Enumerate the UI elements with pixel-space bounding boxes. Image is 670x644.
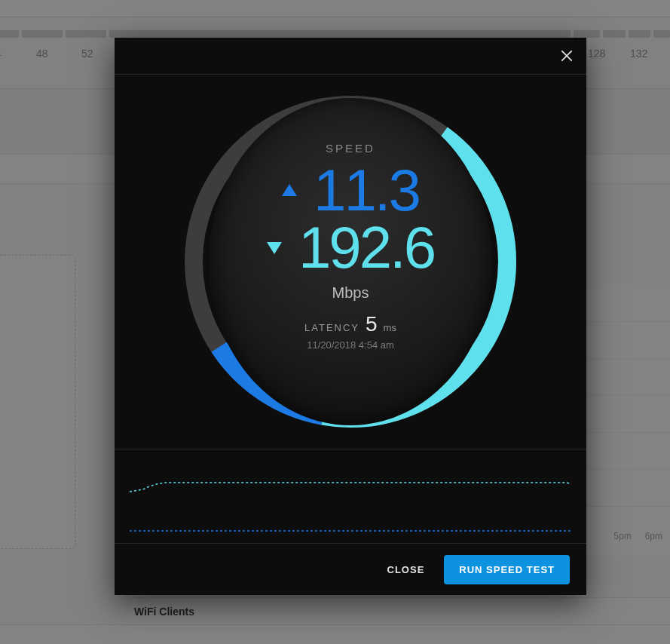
download-value: 192.6 xyxy=(298,218,434,277)
run-speed-test-button[interactable]: RUN SPEED TEST xyxy=(444,555,570,584)
download-arrow-icon xyxy=(267,242,282,254)
gauge-face: SPEED 11.3 192.6 Mbps LATENCY 5 ms 11/20… xyxy=(209,98,492,425)
modal-actions: CLOSE RUN SPEED TEST xyxy=(115,544,586,595)
latency-unit: ms xyxy=(384,322,396,333)
latency-value: 5 xyxy=(366,312,378,336)
latency-label: LATENCY xyxy=(304,322,359,333)
test-timestamp: 11/20/2018 4:54 am xyxy=(307,339,394,351)
gauge-section: SPEED 11.3 192.6 Mbps LATENCY 5 ms 11/20… xyxy=(115,75,586,449)
latency-row: LATENCY 5 ms xyxy=(304,312,396,336)
speed-unit: Mbps xyxy=(332,284,369,302)
speed-label: SPEED xyxy=(326,142,375,155)
sparkline-download xyxy=(130,483,571,492)
download-row: 192.6 xyxy=(267,219,434,277)
history-sparkline-section xyxy=(115,449,586,544)
history-sparklines xyxy=(130,460,571,535)
upload-row: 11.3 xyxy=(282,161,419,219)
close-icon[interactable] xyxy=(558,47,576,65)
upload-arrow-icon xyxy=(282,184,297,196)
speed-test-modal: SPEED 11.3 192.6 Mbps LATENCY 5 ms 11/20… xyxy=(115,38,586,595)
speed-gauge: SPEED 11.3 192.6 Mbps LATENCY 5 ms 11/20… xyxy=(185,96,516,428)
modal-header xyxy=(115,38,586,75)
close-button[interactable]: CLOSE xyxy=(384,557,428,583)
upload-value: 11.3 xyxy=(314,161,419,219)
